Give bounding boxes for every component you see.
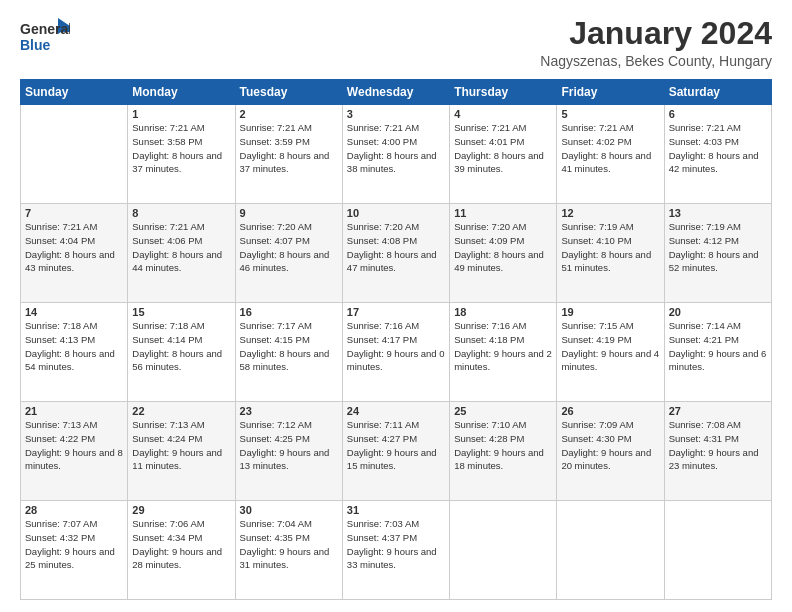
day-info: Sunrise: 7:19 AMSunset: 4:10 PMDaylight:… xyxy=(561,220,659,275)
calendar-cell xyxy=(450,501,557,600)
day-info: Sunrise: 7:21 AMSunset: 4:02 PMDaylight:… xyxy=(561,121,659,176)
day-info: Sunrise: 7:07 AMSunset: 4:32 PMDaylight:… xyxy=(25,517,123,572)
main-title: January 2024 xyxy=(540,16,772,51)
calendar-cell: 29Sunrise: 7:06 AMSunset: 4:34 PMDayligh… xyxy=(128,501,235,600)
calendar-cell: 12Sunrise: 7:19 AMSunset: 4:10 PMDayligh… xyxy=(557,204,664,303)
title-block: January 2024 Nagyszenas, Bekes County, H… xyxy=(540,16,772,69)
calendar-cell: 6Sunrise: 7:21 AMSunset: 4:03 PMDaylight… xyxy=(664,105,771,204)
day-number: 2 xyxy=(240,108,338,120)
day-info: Sunrise: 7:09 AMSunset: 4:30 PMDaylight:… xyxy=(561,418,659,473)
day-info: Sunrise: 7:21 AMSunset: 3:59 PMDaylight:… xyxy=(240,121,338,176)
calendar-cell: 16Sunrise: 7:17 AMSunset: 4:15 PMDayligh… xyxy=(235,303,342,402)
day-info: Sunrise: 7:17 AMSunset: 4:15 PMDaylight:… xyxy=(240,319,338,374)
calendar-header-tuesday: Tuesday xyxy=(235,80,342,105)
day-info: Sunrise: 7:18 AMSunset: 4:14 PMDaylight:… xyxy=(132,319,230,374)
calendar-week-1: 1Sunrise: 7:21 AMSunset: 3:58 PMDaylight… xyxy=(21,105,772,204)
day-number: 30 xyxy=(240,504,338,516)
day-info: Sunrise: 7:21 AMSunset: 3:58 PMDaylight:… xyxy=(132,121,230,176)
calendar-header-wednesday: Wednesday xyxy=(342,80,449,105)
calendar-cell: 14Sunrise: 7:18 AMSunset: 4:13 PMDayligh… xyxy=(21,303,128,402)
calendar-cell: 4Sunrise: 7:21 AMSunset: 4:01 PMDaylight… xyxy=(450,105,557,204)
day-info: Sunrise: 7:14 AMSunset: 4:21 PMDaylight:… xyxy=(669,319,767,374)
svg-text:General: General xyxy=(20,21,70,37)
svg-text:Blue: Blue xyxy=(20,37,51,53)
calendar-cell: 1Sunrise: 7:21 AMSunset: 3:58 PMDaylight… xyxy=(128,105,235,204)
calendar-cell: 27Sunrise: 7:08 AMSunset: 4:31 PMDayligh… xyxy=(664,402,771,501)
calendar-cell xyxy=(557,501,664,600)
calendar-header-monday: Monday xyxy=(128,80,235,105)
calendar-cell: 22Sunrise: 7:13 AMSunset: 4:24 PMDayligh… xyxy=(128,402,235,501)
calendar-cell: 13Sunrise: 7:19 AMSunset: 4:12 PMDayligh… xyxy=(664,204,771,303)
day-number: 18 xyxy=(454,306,552,318)
calendar-cell: 26Sunrise: 7:09 AMSunset: 4:30 PMDayligh… xyxy=(557,402,664,501)
calendar-week-3: 14Sunrise: 7:18 AMSunset: 4:13 PMDayligh… xyxy=(21,303,772,402)
calendar-cell: 5Sunrise: 7:21 AMSunset: 4:02 PMDaylight… xyxy=(557,105,664,204)
calendar-cell: 28Sunrise: 7:07 AMSunset: 4:32 PMDayligh… xyxy=(21,501,128,600)
day-number: 15 xyxy=(132,306,230,318)
calendar-cell: 10Sunrise: 7:20 AMSunset: 4:08 PMDayligh… xyxy=(342,204,449,303)
day-info: Sunrise: 7:21 AMSunset: 4:03 PMDaylight:… xyxy=(669,121,767,176)
day-info: Sunrise: 7:16 AMSunset: 4:17 PMDaylight:… xyxy=(347,319,445,374)
day-number: 13 xyxy=(669,207,767,219)
day-number: 12 xyxy=(561,207,659,219)
day-number: 28 xyxy=(25,504,123,516)
day-info: Sunrise: 7:16 AMSunset: 4:18 PMDaylight:… xyxy=(454,319,552,374)
day-number: 17 xyxy=(347,306,445,318)
day-number: 3 xyxy=(347,108,445,120)
calendar-week-5: 28Sunrise: 7:07 AMSunset: 4:32 PMDayligh… xyxy=(21,501,772,600)
calendar-cell: 31Sunrise: 7:03 AMSunset: 4:37 PMDayligh… xyxy=(342,501,449,600)
calendar-cell: 15Sunrise: 7:18 AMSunset: 4:14 PMDayligh… xyxy=(128,303,235,402)
calendar-cell: 11Sunrise: 7:20 AMSunset: 4:09 PMDayligh… xyxy=(450,204,557,303)
calendar-cell xyxy=(664,501,771,600)
calendar-week-4: 21Sunrise: 7:13 AMSunset: 4:22 PMDayligh… xyxy=(21,402,772,501)
calendar-cell: 21Sunrise: 7:13 AMSunset: 4:22 PMDayligh… xyxy=(21,402,128,501)
calendar-cell: 23Sunrise: 7:12 AMSunset: 4:25 PMDayligh… xyxy=(235,402,342,501)
day-info: Sunrise: 7:13 AMSunset: 4:24 PMDaylight:… xyxy=(132,418,230,473)
calendar-cell: 20Sunrise: 7:14 AMSunset: 4:21 PMDayligh… xyxy=(664,303,771,402)
calendar-cell: 8Sunrise: 7:21 AMSunset: 4:06 PMDaylight… xyxy=(128,204,235,303)
page: GeneralBlue January 2024 Nagyszenas, Bek… xyxy=(0,0,792,612)
day-number: 14 xyxy=(25,306,123,318)
calendar-cell xyxy=(21,105,128,204)
day-info: Sunrise: 7:21 AMSunset: 4:01 PMDaylight:… xyxy=(454,121,552,176)
calendar-cell: 24Sunrise: 7:11 AMSunset: 4:27 PMDayligh… xyxy=(342,402,449,501)
day-number: 19 xyxy=(561,306,659,318)
day-number: 1 xyxy=(132,108,230,120)
day-info: Sunrise: 7:20 AMSunset: 4:07 PMDaylight:… xyxy=(240,220,338,275)
calendar-header-row: SundayMondayTuesdayWednesdayThursdayFrid… xyxy=(21,80,772,105)
day-info: Sunrise: 7:13 AMSunset: 4:22 PMDaylight:… xyxy=(25,418,123,473)
day-number: 4 xyxy=(454,108,552,120)
day-info: Sunrise: 7:08 AMSunset: 4:31 PMDaylight:… xyxy=(669,418,767,473)
calendar-cell: 2Sunrise: 7:21 AMSunset: 3:59 PMDaylight… xyxy=(235,105,342,204)
day-number: 24 xyxy=(347,405,445,417)
day-number: 11 xyxy=(454,207,552,219)
day-number: 8 xyxy=(132,207,230,219)
calendar-header-friday: Friday xyxy=(557,80,664,105)
day-number: 26 xyxy=(561,405,659,417)
day-info: Sunrise: 7:18 AMSunset: 4:13 PMDaylight:… xyxy=(25,319,123,374)
day-number: 31 xyxy=(347,504,445,516)
day-info: Sunrise: 7:21 AMSunset: 4:04 PMDaylight:… xyxy=(25,220,123,275)
day-info: Sunrise: 7:12 AMSunset: 4:25 PMDaylight:… xyxy=(240,418,338,473)
day-info: Sunrise: 7:20 AMSunset: 4:08 PMDaylight:… xyxy=(347,220,445,275)
day-number: 5 xyxy=(561,108,659,120)
day-number: 10 xyxy=(347,207,445,219)
day-number: 7 xyxy=(25,207,123,219)
calendar-cell: 30Sunrise: 7:04 AMSunset: 4:35 PMDayligh… xyxy=(235,501,342,600)
header: GeneralBlue January 2024 Nagyszenas, Bek… xyxy=(20,16,772,69)
calendar-header-thursday: Thursday xyxy=(450,80,557,105)
logo: GeneralBlue xyxy=(20,16,70,58)
calendar-cell: 25Sunrise: 7:10 AMSunset: 4:28 PMDayligh… xyxy=(450,402,557,501)
subtitle: Nagyszenas, Bekes County, Hungary xyxy=(540,53,772,69)
day-number: 16 xyxy=(240,306,338,318)
calendar-cell: 19Sunrise: 7:15 AMSunset: 4:19 PMDayligh… xyxy=(557,303,664,402)
day-number: 9 xyxy=(240,207,338,219)
day-info: Sunrise: 7:04 AMSunset: 4:35 PMDaylight:… xyxy=(240,517,338,572)
day-number: 27 xyxy=(669,405,767,417)
calendar-cell: 7Sunrise: 7:21 AMSunset: 4:04 PMDaylight… xyxy=(21,204,128,303)
day-info: Sunrise: 7:21 AMSunset: 4:00 PMDaylight:… xyxy=(347,121,445,176)
day-number: 29 xyxy=(132,504,230,516)
day-info: Sunrise: 7:03 AMSunset: 4:37 PMDaylight:… xyxy=(347,517,445,572)
day-info: Sunrise: 7:06 AMSunset: 4:34 PMDaylight:… xyxy=(132,517,230,572)
calendar-cell: 9Sunrise: 7:20 AMSunset: 4:07 PMDaylight… xyxy=(235,204,342,303)
